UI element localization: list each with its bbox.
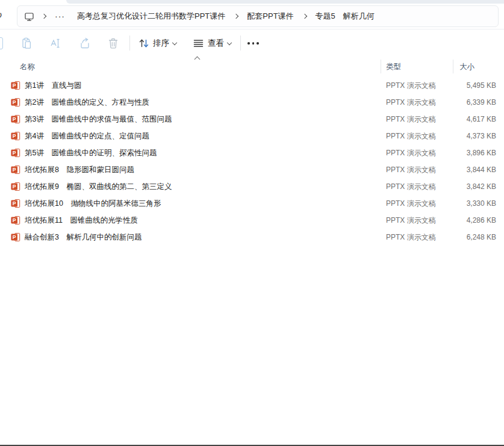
file-name: 第4讲 圆锥曲线中的定点、定值问题 [25, 131, 149, 141]
svg-text:P: P [13, 82, 16, 88]
svg-text:P: P [13, 184, 16, 190]
file-name: 融合创新3 解析几何中的创新问题 [25, 232, 142, 243]
share-icon [79, 37, 91, 49]
file-name: 第2讲 圆锥曲线的定义、方程与性质 [25, 98, 149, 108]
address-bar[interactable]: ··· 高考总复习优化设计二轮用书数学PPT课件 配套PPT课件 专题5 解析几… [17, 5, 499, 27]
file-name: 培优拓展11 圆锥曲线的光学性质 [25, 215, 138, 226]
toolbar-divider [129, 36, 130, 51]
pptx-file-icon: P [11, 148, 20, 158]
svg-text:P: P [13, 116, 16, 122]
more-options-button[interactable] [247, 37, 259, 50]
file-size: 4,617 KB [467, 115, 496, 123]
tab-strip-background [66, 0, 504, 4]
pptx-file-icon: P [11, 131, 20, 141]
refresh-icon[interactable]: ↻ [0, 9, 2, 22]
file-size: 3,842 KB [467, 182, 496, 191]
file-type: PPTX 演示文稿 [386, 199, 436, 209]
pptx-file-icon: P [11, 232, 20, 242]
column-header-size[interactable]: 大小 [459, 62, 474, 72]
file-type: PPTX 演示文稿 [386, 182, 436, 192]
svg-text:P: P [13, 217, 16, 223]
view-button[interactable]: 查看 [189, 35, 235, 52]
sort-icon [138, 38, 149, 49]
pptx-file-icon: P [11, 81, 20, 90]
svg-text:P: P [13, 150, 16, 156]
file-list-area: 名称 类型 大小 P 第1讲 直线与圆 PPTX 演示文稿 [0, 57, 504, 445]
paste-icon [20, 37, 33, 49]
dot-icon [252, 42, 255, 45]
file-name: 培优拓展8 隐形圆和蒙日圆问题 [25, 165, 134, 175]
breadcrumb-item-root-folder[interactable]: 高考总复习优化设计二轮用书数学PPT课件 [72, 8, 230, 24]
share-button[interactable] [78, 37, 92, 50]
toolbar-divider [240, 36, 241, 51]
column-header-type[interactable]: 类型 [386, 62, 401, 72]
file-type: PPTX 演示文稿 [386, 131, 436, 141]
file-name: 培优拓展10 抛物线中的阿基米德三角形 [25, 199, 161, 209]
file-row[interactable]: P 培优拓展8 隐形圆和蒙日圆问题 PPTX 演示文稿 3,844 KB [0, 161, 504, 178]
file-row[interactable]: P 第4讲 圆锥曲线中的定点、定值问题 PPTX 演示文稿 4,373 KB [0, 128, 504, 144]
file-row[interactable]: P 第3讲 圆锥曲线中的求值与最值、范围问题 PPTX 演示文稿 4,617 K… [0, 111, 504, 128]
file-type: PPTX 演示文稿 [386, 114, 436, 125]
pptx-file-icon: P [11, 165, 20, 175]
column-divider[interactable] [381, 60, 381, 73]
svg-text:P: P [13, 200, 16, 206]
sort-ascending-indicator-icon [194, 57, 201, 63]
file-row[interactable]: P 培优拓展10 抛物线中的阿基米德三角形 PPTX 演示文稿 3,330 KB [0, 195, 504, 212]
svg-text:P: P [13, 234, 16, 240]
file-type: PPTX 演示文稿 [386, 81, 436, 91]
pptx-file-icon: P [11, 98, 20, 107]
column-header-row: 名称 类型 大小 [0, 57, 504, 77]
file-name: 第5讲 圆锥曲线中的证明、探索性问题 [25, 148, 157, 158]
svg-text:P: P [13, 167, 16, 173]
view-button-label: 查看 [208, 38, 224, 49]
file-size: 5,495 KB [467, 81, 496, 90]
file-size: 4,286 KB [467, 216, 496, 225]
dot-icon [257, 42, 259, 45]
breadcrumb-item-current[interactable]: 专题5 解析几何 [311, 8, 379, 24]
this-pc-icon[interactable] [24, 11, 34, 22]
breadcrumb-item-subfolder[interactable]: 配套PPT课件 [242, 8, 298, 24]
pptx-file-icon: P [11, 114, 20, 124]
file-size: 3,896 KB [467, 149, 496, 157]
file-size: 6,248 KB [467, 233, 496, 241]
breadcrumb-chevron-icon [234, 14, 238, 19]
file-name: 第1讲 直线与圆 [25, 81, 81, 91]
file-row[interactable]: P 第2讲 圆锥曲线的定义、方程与性质 PPTX 演示文稿 6,339 KB [0, 94, 504, 111]
sort-button-label: 排序 [153, 38, 169, 49]
file-row[interactable]: P 第1讲 直线与圆 PPTX 演示文稿 5,495 KB [0, 77, 504, 94]
dot-icon [247, 42, 250, 45]
file-explorer-window: ↻ ··· 高考总复习优化设计二轮用书数学PPT课件 配套PPT课件 专题5 解… [0, 0, 504, 446]
file-name: 培优拓展9 椭圆、双曲线的第二、第三定义 [25, 182, 172, 192]
file-row[interactable]: P 培优拓展9 椭圆、双曲线的第二、第三定义 PPTX 演示文稿 3,842 K… [0, 178, 504, 195]
sort-button[interactable]: 排序 [135, 35, 180, 52]
file-type: PPTX 演示文稿 [386, 165, 436, 175]
command-toolbar: 排序 查看 [0, 29, 504, 57]
file-type: PPTX 演示文稿 [386, 98, 436, 108]
copy-icon [0, 37, 3, 49]
view-details-icon [193, 38, 204, 49]
tab-strip [0, 0, 504, 4]
file-type: PPTX 演示文稿 [386, 148, 436, 158]
file-size: 4,373 KB [467, 132, 496, 140]
file-row[interactable]: P 培优拓展11 圆锥曲线的光学性质 PPTX 演示文稿 4,286 KB [0, 212, 504, 229]
file-name: 第3讲 圆锥曲线中的求值与最值、范围问题 [25, 114, 172, 125]
file-row[interactable]: P 融合创新3 解析几何中的创新问题 PPTX 演示文稿 6,248 KB [0, 229, 504, 246]
address-bar-row: ↻ ··· 高考总复习优化设计二轮用书数学PPT课件 配套PPT课件 专题5 解… [0, 4, 504, 29]
file-type: PPTX 演示文稿 [386, 232, 436, 243]
delete-button[interactable] [107, 37, 120, 50]
file-list: P 第1讲 直线与圆 PPTX 演示文稿 5,495 KB P [0, 77, 504, 246]
svg-text:P: P [13, 99, 16, 105]
pptx-file-icon: P [11, 215, 20, 225]
breadcrumb-chevron-icon [42, 14, 46, 19]
pptx-file-icon: P [11, 182, 20, 191]
chevron-down-icon [172, 40, 177, 45]
file-row[interactable]: P 第5讲 圆锥曲线中的证明、探索性问题 PPTX 演示文稿 3,896 KB [0, 144, 504, 161]
column-header-name[interactable]: 名称 [20, 62, 35, 72]
paste-button[interactable] [20, 37, 33, 50]
rename-button[interactable] [49, 37, 62, 50]
breadcrumb-overflow-button[interactable]: ··· [50, 10, 70, 22]
trash-icon [108, 37, 119, 49]
column-divider[interactable] [453, 60, 453, 73]
file-size: 6,339 KB [467, 98, 496, 107]
pptx-file-icon: P [11, 199, 20, 208]
